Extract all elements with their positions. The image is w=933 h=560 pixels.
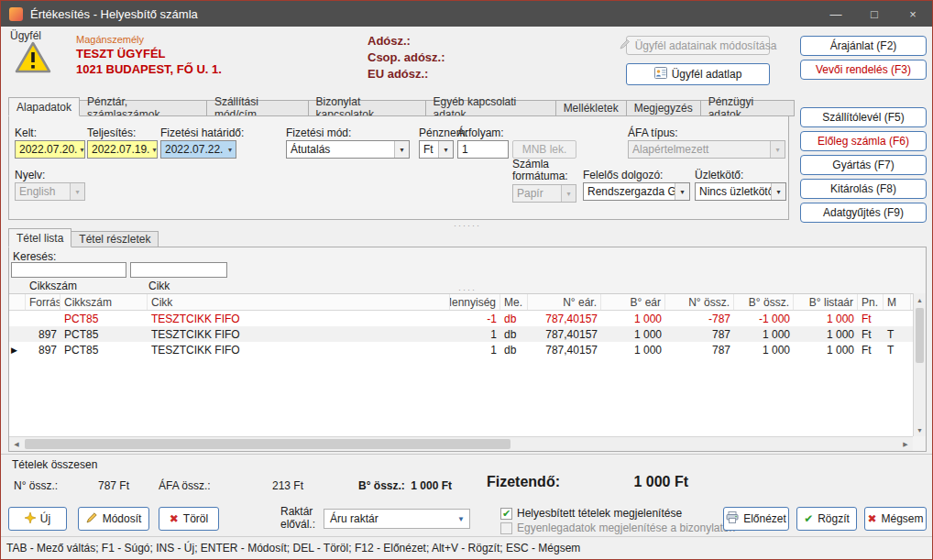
check-icon: ✔ (804, 512, 813, 525)
afa-tipus-label: ÁFA típus: (628, 126, 678, 139)
helyesbitett-checkbox-row[interactable]: ✔ Helyesbített tételek megjelenítése (500, 506, 735, 521)
scroll-left-icon[interactable]: ◀ (9, 437, 24, 451)
column-header-mennyiseg[interactable]: Mennyiség (450, 294, 500, 310)
cikkszam-search-input[interactable] (11, 262, 126, 278)
tab-mellekletek[interactable]: Mellékletek (555, 100, 627, 116)
kelt-label: Kelt: (15, 126, 37, 139)
table-cell: 897 (26, 342, 60, 357)
megsem-button[interactable]: ✖ Mégsem (864, 507, 927, 531)
modosit-button[interactable]: Módosít (78, 507, 149, 531)
arfolyam-input[interactable]: 1 (457, 140, 509, 159)
elonezet-button[interactable]: Előnézet (723, 507, 789, 531)
table-row[interactable]: PCT85 TESZTCIKK FIFO -1 db 787,40157 1 0… (9, 311, 913, 326)
cikk-search-input[interactable] (130, 262, 227, 278)
tab-penztar-szamlaszamok[interactable]: Pénztár, számlaszámok (79, 100, 207, 116)
torol-button[interactable]: ✖ Töröl (159, 507, 219, 531)
column-header-b-ossz[interactable]: B° össz. (734, 294, 794, 310)
items-table: Forrás Cikkszám Cikk Mennyiség Me. N° eá… (9, 293, 913, 436)
alapadatok-panel: Kelt: 2022.07.20. ▾ Teljesítés: 2022.07.… (8, 115, 789, 220)
szallitolevel-button[interactable]: Szállítólevél (F5) (800, 107, 927, 127)
netto-osszeg-value: 787 Ft (72, 479, 129, 492)
nyelv-label: Nyelv: (15, 169, 45, 181)
table-cell: 1 000 (794, 326, 858, 342)
tab-tetel-lista[interactable]: Tétel lista (8, 228, 71, 247)
horizontal-scroll-thumb[interactable] (25, 439, 510, 449)
maximize-button[interactable]: □ (855, 1, 894, 27)
fizetesi-mod-combo[interactable]: Átutalás ▾ (286, 140, 410, 159)
uzletkoto-combo[interactable]: Nincs üzletkötő ▾ (695, 182, 786, 201)
table-row[interactable]: 897 PCT85 TESZTCIKK FIFO 1 db 787,40157 … (9, 326, 913, 342)
column-header-cikkszam[interactable]: Cikkszám (60, 294, 148, 310)
fizetesi-hatarido-date-field[interactable]: 2022.07.22. ▾ (160, 140, 236, 159)
fizetesi-mod-label: Fizetési mód: (286, 126, 351, 139)
row-pointer-icon: ▶ (9, 342, 26, 357)
scroll-up-icon[interactable]: ▲ (914, 293, 926, 306)
table-cell: db (500, 342, 528, 357)
gyartas-button[interactable]: Gyártás (F7) (800, 155, 927, 175)
kelt-date-field[interactable]: 2022.07.20. ▾ (15, 140, 85, 159)
tab-alapadatok[interactable]: Alapadatok (8, 97, 80, 116)
column-header-forras[interactable]: Forrás (26, 294, 60, 310)
minimize-button[interactable]: — (817, 1, 855, 27)
table-cell (26, 311, 60, 326)
penznem-combo[interactable]: Ft ▾ (419, 140, 454, 159)
felelos-dolgozo-label: Felelős dolgozó: (583, 169, 663, 181)
close-button[interactable]: × (894, 1, 932, 27)
raktar-combo[interactable]: Áru raktár ▼ (324, 509, 470, 529)
customer-datasheet-label: Ügyfél adatlap (672, 68, 742, 81)
felelos-dolgozo-combo[interactable]: Rendszergazda Gé ▾ (583, 182, 690, 201)
table-cell: db (500, 326, 528, 342)
table-cell: 787,40157 (528, 342, 601, 357)
customer-datasheet-button[interactable]: Ügyfél adatlap (626, 63, 770, 85)
column-header-n-ear[interactable]: N° eár. (528, 294, 601, 310)
chevron-down-icon: ▾ (70, 183, 84, 200)
column-header-me[interactable]: Me. (500, 294, 528, 310)
uj-button[interactable]: Új (8, 507, 67, 531)
table-cell: Ft (858, 311, 884, 326)
kitarolas-button[interactable]: Kitárolás (F8) (800, 179, 927, 199)
vertical-scrollbar[interactable]: ▲ ▼ (913, 293, 926, 436)
adatgyujtes-button[interactable]: Adatgyűjtés (F9) (800, 203, 927, 223)
scroll-right-icon[interactable]: ▶ (898, 437, 913, 451)
column-header-cikk[interactable]: Cikk (148, 294, 450, 310)
chevron-down-icon: ▾ (77, 146, 83, 154)
tab-szallitasi-mod-cim[interactable]: Szállítási mód/cím (206, 100, 309, 116)
customer-section-label: Ügyfél (10, 29, 41, 42)
teljesites-date-field[interactable]: 2022.07.19. ▾ (87, 140, 158, 159)
tab-bizonylat-kapcsolatok[interactable]: Bizonylat kapcsolatok (308, 100, 426, 116)
table-cell: Ft (858, 342, 884, 357)
modosit-label: Módosít (103, 512, 142, 525)
tetel-lista-panel: Keresés: Cikkszám Cikk ···· Forrás Cikks… (8, 247, 927, 452)
afa-osszeg-label: ÁFA össz.: (159, 479, 211, 492)
vertical-scroll-thumb[interactable] (916, 308, 924, 363)
rogzit-button[interactable]: ✔ Rögzít (796, 507, 857, 531)
column-header-pn[interactable]: Pn. (858, 294, 884, 310)
table-cell: 1 (450, 342, 500, 357)
column-header-b-listaar[interactable]: B° listaár (794, 294, 858, 310)
column-header-n-ossz[interactable]: N° össz. (665, 294, 734, 310)
table-cell: -1 (450, 311, 500, 326)
arajanlat-button[interactable]: Árajánlat (F2) (800, 36, 927, 56)
egyenlegadatok-checkbox-row[interactable]: Egyenlegadatok megjelenítése a bizonylat… (500, 521, 735, 535)
tab-tetel-reszletek[interactable]: Tétel részletek (71, 231, 159, 247)
table-row-selected[interactable]: ▶ 897 PCT85 TESZTCIKK FIFO 1 db 787,4015… (9, 342, 913, 357)
tab-egyeb-kapcsolati-adatok[interactable]: Egyéb kapcsolati adatok (425, 100, 556, 116)
tab-penzugyi-adatok[interactable]: Pénzügyi adatok (700, 100, 795, 116)
horizontal-scrollbar[interactable]: ◀ ▶ (9, 436, 913, 451)
column-header-m[interactable]: M (884, 294, 911, 310)
uj-label: Új (40, 512, 50, 525)
column-header-b-ear[interactable]: B° eár (601, 294, 665, 310)
checkbox-unchecked-icon[interactable] (500, 522, 512, 534)
vevoi-rendeles-button[interactable]: Vevői rendelés (F3) (800, 60, 927, 80)
cancel-x-icon: ✖ (867, 512, 876, 525)
scroll-down-icon[interactable]: ▼ (914, 423, 926, 436)
elonezet-label: Előnézet (743, 512, 786, 525)
tab-megjegyzes[interactable]: Megjegyzés (626, 100, 701, 116)
table-cell: PCT85 (60, 342, 148, 357)
totals-section: Tételek összesen N° össz.: 787 Ft ÁFA ös… (1, 454, 933, 503)
grid-splitter-handle[interactable]: ···· (9, 286, 926, 293)
checkbox-checked-icon[interactable]: ✔ (500, 508, 512, 520)
table-cell: TESZTCIKK FIFO (148, 311, 450, 326)
eloleg-szamla-button[interactable]: Előleg számla (F6) (800, 131, 927, 151)
app-window: Értékesítés - Helyesbítő számla — □ × Üg… (0, 0, 933, 560)
